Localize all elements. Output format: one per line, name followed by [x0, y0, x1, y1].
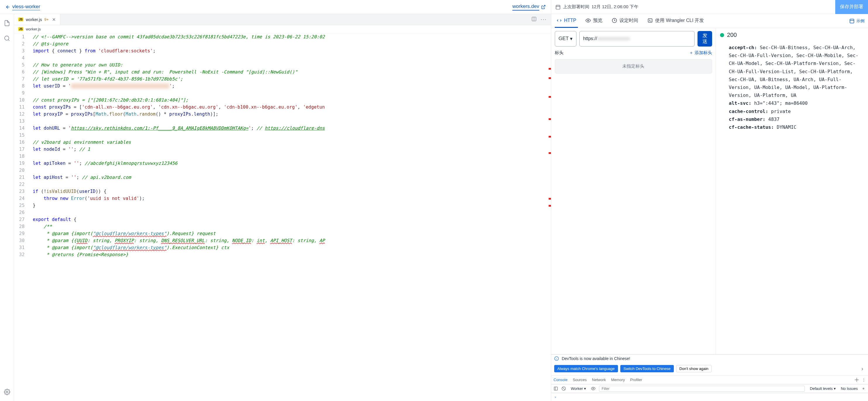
search-icon[interactable]: [2, 33, 12, 43]
code-line[interactable]: [29, 209, 551, 216]
code-line[interactable]: * @returns {Promise<Response>}: [29, 251, 551, 258]
code-line[interactable]: // <!--GAMFC-->version base on commit 43…: [29, 33, 551, 40]
method-select[interactable]: GET ▾: [555, 31, 577, 47]
gear-icon[interactable]: [861, 386, 866, 391]
close-icon[interactable]: ›: [861, 365, 865, 372]
chevron-down-icon: ▾: [570, 36, 572, 42]
back-link[interactable]: vless-worker: [5, 4, 40, 10]
code-line[interactable]: let dohURL = 'https://sky.rethinkdns.com…: [29, 125, 551, 132]
context-select[interactable]: Worker ▾: [569, 386, 588, 391]
close-icon[interactable]: ✕: [52, 17, 56, 22]
more-icon[interactable]: ···: [541, 17, 547, 23]
devtools-tab-memory[interactable]: Memory: [611, 378, 625, 382]
code-line[interactable]: /**: [29, 223, 551, 230]
terminal-icon: [648, 18, 653, 23]
svg-point-8: [588, 20, 589, 21]
gear-icon[interactable]: [2, 387, 12, 397]
code-line[interactable]: let proxyIP = proxyIPs[Math.floor(Math.r…: [29, 111, 551, 118]
console-prompt[interactable]: ›: [551, 393, 868, 401]
code-line[interactable]: [29, 167, 551, 174]
editor-tab-bar: JS worker.js 9+ ✕ ···: [14, 14, 551, 25]
no-headers-placeholder: 未指定标头: [555, 59, 712, 74]
code-line[interactable]: [29, 90, 551, 96]
code-line[interactable]: [29, 132, 551, 139]
code-line[interactable]: if (!isValidUUID(userID)) {: [29, 188, 551, 195]
chevron-down-icon: ▾: [834, 386, 836, 391]
code-line[interactable]: * @param {import("@cloudflare/workers-ty…: [29, 244, 551, 251]
code-line[interactable]: * @param {{UUID: string, PROXYIP: string…: [29, 237, 551, 244]
svg-rect-4: [556, 5, 560, 9]
code-line[interactable]: // [Windows] Press "Win + R", input cmd …: [29, 68, 551, 76]
tab-wrangler-cli[interactable]: 使用 Wrangler CLI 开发: [646, 14, 706, 28]
js-badge-icon: JS: [18, 27, 23, 31]
code-line[interactable]: [29, 118, 551, 125]
code-line[interactable]: let nodeId = ''; // 1: [29, 146, 551, 153]
code-line[interactable]: const proxyIPs = ['cdn-all.xn--b6gac.eu.…: [29, 104, 551, 111]
tab-schedule[interactable]: 设定时间: [610, 14, 640, 28]
filter-input[interactable]: [599, 386, 805, 392]
code-line[interactable]: [29, 181, 551, 188]
log-levels-select[interactable]: Default levels ▾: [808, 386, 837, 391]
code-line[interactable]: // let userID = '77a571fb-4fd2-4b37-8596…: [29, 76, 551, 83]
dont-show-again-button[interactable]: Don't show again: [676, 365, 712, 372]
code-line[interactable]: // @ts-ignore: [29, 40, 551, 48]
response-header: accept-ch: Sec-CH-UA-Bitness, Sec-CH-UA-…: [729, 44, 864, 99]
workers-link-text: workers.dev: [513, 3, 539, 10]
devtools-panel: DevTools is now available in Chinese! Al…: [551, 354, 868, 401]
response-header: alt-svc: h3=":443"; ma=86400: [729, 99, 864, 107]
code-line[interactable]: import { connect } from 'cloudflare:sock…: [29, 48, 551, 54]
tab-filename: worker.js: [26, 17, 42, 22]
eye-icon: [586, 18, 591, 23]
svg-point-22: [863, 388, 864, 389]
tab-preview[interactable]: 预览: [584, 14, 604, 28]
svg-rect-11: [850, 19, 854, 23]
response-header: cf-cache-status: DYNAMIC: [729, 123, 864, 131]
tab-diff-count: 9+: [44, 17, 49, 22]
save-deploy-button[interactable]: 保存并部署: [835, 0, 868, 14]
response-panel: 200 accept-ch: Sec-CH-UA-Bitness, Sec-CH…: [716, 28, 868, 354]
url-input[interactable]: https://xxxxxxxxxxxxxx: [579, 31, 694, 47]
code-line[interactable]: let apiHost = ''; // api.v2board.com: [29, 174, 551, 181]
code-line[interactable]: * @param {import("@cloudflare/workers-ty…: [29, 230, 551, 237]
tab-example[interactable]: 示例: [849, 14, 865, 28]
devtools-tab-sources[interactable]: Sources: [572, 378, 587, 382]
code-line[interactable]: export default {: [29, 216, 551, 223]
devtools-tab-console[interactable]: Console: [554, 378, 568, 382]
status-dot-icon: [720, 33, 724, 37]
breadcrumb[interactable]: JS worker.js: [14, 25, 551, 33]
switch-devtools-chinese-button[interactable]: Switch DevTools to Chinese: [620, 365, 674, 372]
code-line[interactable]: let apiToken = ''; //abcdefghijklmnopqrs…: [29, 160, 551, 167]
eye-icon[interactable]: [591, 386, 595, 391]
no-issues-label: No Issues: [841, 386, 858, 391]
info-icon: [554, 356, 559, 361]
code-line[interactable]: throw new Error('uuid is not valid');: [29, 195, 551, 202]
tab-http[interactable]: HTTP: [555, 14, 578, 28]
sidebar-toggle-icon[interactable]: [554, 386, 558, 391]
code-line[interactable]: [29, 54, 551, 61]
file-tab-worker-js[interactable]: JS worker.js 9+ ✕: [14, 14, 60, 25]
clock-icon: [612, 18, 617, 23]
add-header-button[interactable]: ＋ 添加标头: [689, 50, 712, 56]
match-chrome-lang-button[interactable]: Always match Chrome's language: [554, 365, 618, 372]
devtools-tabs: ConsoleSourcesNetworkMemoryProfiler ⋮: [551, 375, 868, 384]
code-line[interactable]: }: [29, 202, 551, 209]
split-editor-icon[interactable]: [531, 17, 537, 23]
more-icon[interactable]: ⋮: [862, 378, 866, 382]
code-line[interactable]: // How to generate your own UUID:: [29, 61, 551, 68]
workers-dev-link[interactable]: workers.dev: [513, 3, 546, 10]
clear-console-icon[interactable]: [561, 386, 566, 391]
devtools-tab-profiler[interactable]: Profiler: [630, 378, 642, 382]
code-line[interactable]: let userID = 'xxxxxxxxxxxxxxxxxxxxxxxxxx…: [29, 83, 551, 90]
code-line[interactable]: [29, 153, 551, 160]
chevron-down-icon: ▾: [584, 386, 586, 391]
gear-icon[interactable]: [855, 378, 859, 382]
send-button[interactable]: 发送: [698, 31, 712, 47]
back-label: vless-worker: [12, 4, 40, 10]
code-editor[interactable]: 1234567891011121314151617181920212223242…: [14, 33, 551, 401]
request-tabs: HTTP 预览 设定时间 使用 Wrangler CLI 开发 示例: [551, 14, 868, 28]
devtools-tab-network[interactable]: Network: [592, 378, 606, 382]
code-line[interactable]: // const proxyIPs = ["[2001:67c:2b0:db32…: [29, 96, 551, 104]
banner-text: DevTools is now available in Chinese!: [562, 356, 630, 361]
files-icon[interactable]: [2, 18, 12, 28]
code-line[interactable]: // v2board api environment variables: [29, 139, 551, 146]
